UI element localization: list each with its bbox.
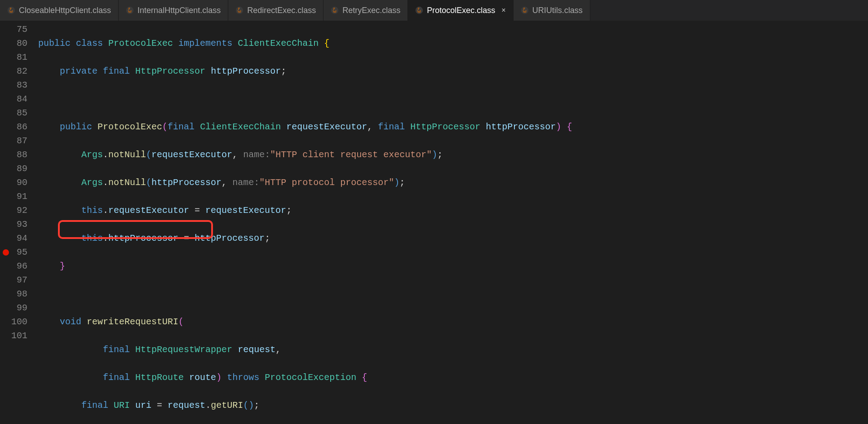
tab-uriutils[interactable]: URIUtils.class: [514, 0, 590, 21]
svg-point-1: [126, 7, 134, 14]
close-icon[interactable]: ×: [501, 6, 505, 14]
line-number: 85: [0, 106, 27, 120]
java-icon: [126, 6, 134, 14]
line-number: 98: [0, 287, 27, 301]
line-number: 101: [0, 329, 27, 343]
gutter: 75 80 81 82 83 84 85 86 87 88 89 90 91 9…: [0, 22, 38, 424]
line-number: 86: [0, 120, 27, 134]
code-area[interactable]: public class ProtocolExec implements Cli…: [38, 22, 868, 424]
breakpoint-icon[interactable]: [3, 249, 9, 256]
svg-point-0: [8, 7, 15, 14]
tab-label: URIUtils.class: [532, 6, 583, 15]
java-icon: [331, 6, 339, 14]
tab-closeablehttpclient[interactable]: CloseableHttpClient.class: [0, 0, 119, 21]
line-number: 94: [0, 231, 27, 245]
svg-point-3: [331, 7, 339, 14]
java-icon: [235, 6, 244, 14]
line-number: 82: [0, 64, 27, 78]
line-number: 75: [0, 22, 27, 36]
tab-internalhttpclient[interactable]: InternalHttpClient.class: [119, 0, 228, 21]
line-number: 92: [0, 203, 27, 217]
line-number: 87: [0, 134, 27, 148]
line-number: 90: [0, 176, 27, 190]
java-icon: [7, 6, 15, 14]
tab-retryexec[interactable]: RetryExec.class: [323, 0, 408, 21]
line-number: 99: [0, 301, 27, 315]
line-number: 81: [0, 50, 27, 64]
java-icon: [521, 6, 529, 14]
line-number: 93: [0, 217, 27, 231]
line-number: 96: [0, 259, 27, 273]
tab-label: InternalHttpClient.class: [137, 6, 221, 15]
tab-redirectexec[interactable]: RedirectExec.class: [228, 0, 323, 21]
tab-bar: CloseableHttpClient.class InternalHttpCl…: [0, 0, 868, 21]
line-number: 88: [0, 148, 27, 162]
line-number: 83: [0, 78, 27, 92]
tab-label: RedirectExec.class: [247, 6, 316, 15]
line-number: 89: [0, 162, 27, 176]
line-number: 91: [0, 190, 27, 203]
line-number: 84: [0, 92, 27, 106]
tab-label: RetryExec.class: [342, 6, 400, 15]
line-number: 95: [0, 245, 27, 259]
editor: 75 80 81 82 83 84 85 86 87 88 89 90 91 9…: [0, 21, 868, 424]
svg-point-4: [416, 7, 423, 14]
tab-protocolexec[interactable]: ProtocolExec.class ×: [408, 0, 513, 21]
line-number: 80: [0, 36, 27, 50]
tab-label: CloseableHttpClient.class: [19, 6, 111, 15]
svg-point-2: [236, 7, 244, 14]
svg-point-5: [521, 7, 528, 14]
tab-label: ProtocolExec.class: [427, 6, 495, 15]
java-icon: [415, 6, 423, 14]
line-number: 100: [0, 315, 27, 329]
line-number: 97: [0, 273, 27, 287]
